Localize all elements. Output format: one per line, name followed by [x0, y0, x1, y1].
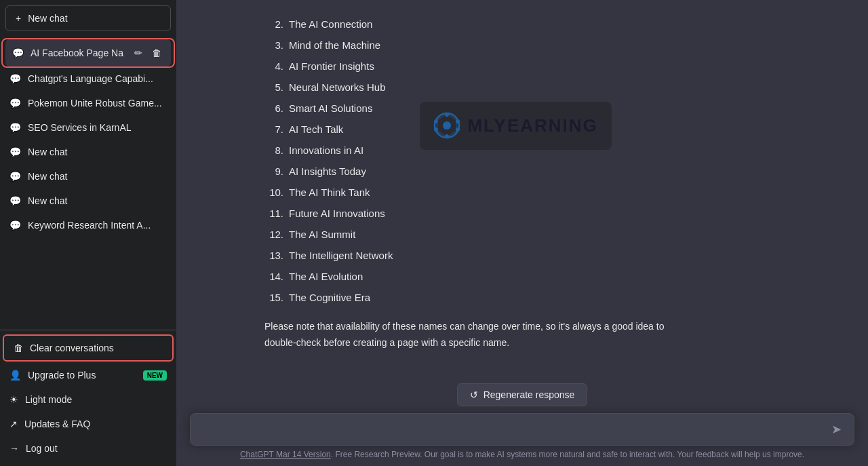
updates-label: Updates & FAQ [24, 419, 90, 429]
trash-icon: 🗑 [14, 343, 23, 353]
svg-point-3 [456, 119, 460, 123]
new-chat-button[interactable]: + New chat [5, 5, 171, 31]
sidebar-bottom: 🗑 Clear conversations 👤 Upgrade to Plus … [0, 330, 176, 466]
chat-item-pokemon[interactable]: 💬 Pokemon Unite Robust Game... [0, 91, 176, 115]
footer-link[interactable]: ChatGPT Mar 14 Version [240, 450, 331, 459]
input-area: ↺ Regenerate response ➤ ChatGPT Mar 14 V… [176, 375, 868, 466]
mlyearning-icon [433, 112, 460, 139]
clear-conversations-label: Clear conversations [30, 343, 114, 353]
list-item: 13.The Intelligent Network [264, 245, 393, 266]
chat-item-actions: ✏ 🗑 [132, 46, 164, 60]
chat-item-label: AI Facebook Page Na [31, 47, 125, 58]
external-icon: ↗ [9, 419, 18, 429]
list-item: 14.The AI Evolution [264, 266, 393, 287]
active-chat-border: 💬 AI Facebook Page Na ✏ 🗑 [3, 39, 174, 66]
note-text: Please note that availability of these n… [264, 319, 698, 351]
svg-point-4 [456, 128, 460, 132]
chat-item-seo[interactable]: 💬 SEO Services in KarnAL [0, 115, 176, 140]
regenerate-row: ↺ Regenerate response [190, 383, 854, 406]
light-mode-button[interactable]: ☀ Light mode [0, 387, 176, 412]
clear-conversations-button[interactable]: 🗑 Clear conversations [4, 336, 172, 360]
chat-item-label: New chat [28, 171, 167, 182]
sidebar: + New chat 💬 AI Facebook Page Na ✏ 🗑 💬 C… [0, 0, 176, 466]
new-badge: NEW [143, 370, 167, 381]
chat-item-new-1[interactable]: 💬 New chat [0, 140, 176, 164]
regen-label: Regenerate response [484, 389, 575, 400]
message-content: 2.The AI Connection 3.Mind of the Machin… [251, 14, 793, 351]
user-icon: 👤 [9, 370, 21, 381]
logout-icon: → [9, 443, 19, 454]
list-item: 9.AI Insights Today [264, 161, 393, 182]
chat-item-label: Chatgpt's Language Capabi... [28, 73, 167, 84]
suggestion-list: 2.The AI Connection 3.Mind of the Machin… [264, 14, 393, 308]
chat-icon: 💬 [9, 195, 21, 206]
list-item: 4.AI Frontier Insights [264, 56, 393, 77]
list-item: 10.The AI Think Tank [264, 182, 393, 203]
chat-item-label: Keyword Research Intent A... [28, 220, 167, 231]
chat-item-new-2[interactable]: 💬 New chat [0, 164, 176, 189]
chat-icon: 💬 [9, 147, 21, 157]
logout-button[interactable]: → Log out [0, 436, 176, 461]
chat-item-ai-facebook[interactable]: 💬 AI Facebook Page Na ✏ 🗑 [5, 39, 171, 66]
list-item: 5.Neural Networks Hub [264, 77, 393, 98]
list-items: 2.The AI Connection 3.Mind of the Machin… [264, 14, 780, 351]
list-item: 11.Future AI Innovations [264, 203, 393, 224]
edit-chat-button[interactable]: ✏ [132, 46, 145, 60]
chat-item-keyword[interactable]: 💬 Keyword Research Intent A... [0, 213, 176, 237]
svg-point-5 [445, 134, 449, 138]
chat-item-label: Pokemon Unite Robust Game... [28, 98, 167, 109]
chat-list: 💬 AI Facebook Page Na ✏ 🗑 💬 Chatgpt's La… [0, 37, 176, 330]
chat-item-label: New chat [28, 147, 167, 157]
svg-point-1 [443, 121, 451, 130]
chat-icon: 💬 [12, 47, 24, 58]
list-item: 2.The AI Connection [264, 14, 393, 35]
new-chat-label: New chat [28, 13, 67, 24]
chat-icon: 💬 [9, 171, 21, 182]
chat-input[interactable] [200, 421, 829, 438]
list-item: 7.AI Tech Talk [264, 119, 393, 140]
chat-item-chatgpt-lang[interactable]: 💬 Chatgpt's Language Capabi... [0, 66, 176, 91]
updates-faq-button[interactable]: ↗ Updates & FAQ [0, 412, 176, 436]
chat-messages: 2.The AI Connection 3.Mind of the Machin… [176, 0, 868, 375]
main-content: 2.The AI Connection 3.Mind of the Machin… [176, 0, 868, 466]
chat-icon: 💬 [9, 73, 21, 84]
regen-icon: ↺ [470, 389, 478, 400]
chat-input-row: ➤ [190, 413, 854, 446]
footer-description: . Free Research Preview. Our goal is to … [331, 450, 804, 459]
chat-icon: 💬 [9, 122, 21, 133]
svg-point-2 [445, 113, 449, 117]
send-icon: ➤ [831, 423, 842, 436]
logout-label: Log out [26, 443, 58, 454]
sun-icon: ☀ [9, 394, 18, 405]
chat-icon: 💬 [9, 98, 21, 109]
logo-text-label: MLYEARNING [467, 110, 597, 142]
chat-item-label: New chat [28, 195, 167, 206]
chat-icon: 💬 [9, 220, 21, 231]
light-mode-label: Light mode [25, 394, 72, 405]
watermark-logo: MLYEARNING [420, 102, 611, 150]
delete-chat-button[interactable]: 🗑 [149, 46, 164, 60]
plus-icon: + [16, 13, 21, 24]
svg-point-6 [434, 119, 438, 123]
list-item: 15.The Cognitive Era [264, 287, 393, 308]
upgrade-label: Upgrade to Plus [28, 370, 96, 381]
upgrade-to-plus-button[interactable]: 👤 Upgrade to Plus NEW [0, 363, 176, 387]
chat-item-new-3[interactable]: 💬 New chat [0, 189, 176, 213]
list-item: 6.Smart AI Solutions [264, 98, 393, 119]
regenerate-button[interactable]: ↺ Regenerate response [457, 383, 588, 406]
chat-item-label: SEO Services in KarnAL [28, 122, 167, 133]
list-item: 8.Innovations in AI [264, 140, 393, 161]
list-item: 3.Mind of the Machine [264, 35, 393, 56]
list-item: 12.The AI Summit [264, 224, 393, 245]
footer-text: ChatGPT Mar 14 Version. Free Research Pr… [190, 450, 854, 466]
send-button[interactable]: ➤ [829, 421, 844, 438]
svg-point-7 [434, 128, 438, 132]
